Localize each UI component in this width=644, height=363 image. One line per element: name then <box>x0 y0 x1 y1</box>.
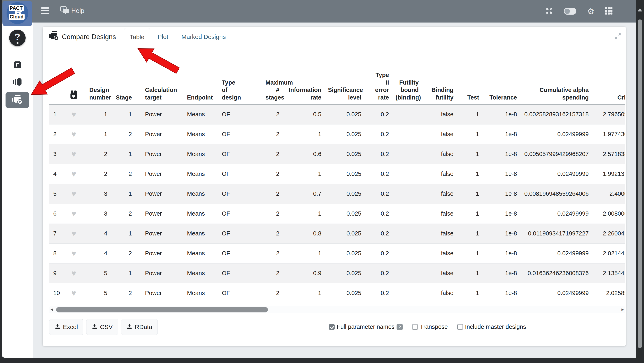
cell-test: 1 <box>457 263 482 283</box>
cell-maximum_stages: 2 <box>262 204 283 224</box>
heart-icon[interactable]: ♥ <box>71 110 76 119</box>
checkbox-unchecked-icon[interactable] <box>457 324 463 330</box>
tab-plot[interactable]: Plot <box>152 28 174 46</box>
cell-significance_level: 0.025 <box>325 184 364 204</box>
cell-tolerance: 1e-8 <box>482 263 520 283</box>
cell-binding_futility: false <box>422 224 457 243</box>
cell-endpoint: Means <box>176 104 218 124</box>
cell-tolerance: 1e-8 <box>482 243 520 263</box>
expand-card-icon[interactable] <box>614 32 622 40</box>
table-row: 7♥41PowerMeansOF20.80.0250.2false11e-80.… <box>49 224 625 243</box>
cell-stage: 1 <box>110 104 135 124</box>
table-row: 10♥52PowerMeansOF210.0250.2false11e-80.0… <box>49 283 625 303</box>
cell-test: 1 <box>457 144 482 164</box>
cell-critical_value: 2.021442 <box>592 243 625 263</box>
cell-type_ii_error_rate: 0.2 <box>364 243 392 263</box>
table-row: 4♥22PowerMeansOF210.0250.2false11e-80.02… <box>49 164 625 184</box>
tab-table[interactable]: Table <box>124 28 150 46</box>
cell-information_rate: 0.6 <box>283 144 325 164</box>
cell-type_ii_error_rate: 0.2 <box>364 124 392 144</box>
help-badge-icon[interactable]: ? <box>396 324 403 330</box>
scroll-up-arrow-icon[interactable] <box>638 8 642 11</box>
cell-futility_bound_binding <box>392 144 422 164</box>
include-master-designs-checkbox[interactable]: Include master designs <box>457 324 526 330</box>
scroll-right-arrow-icon[interactable]: ▸ <box>622 307 624 312</box>
csv-export-button[interactable]: CSV <box>86 319 118 335</box>
cell-futility_bound_binding <box>392 204 422 224</box>
cell-type_of_design: OF <box>218 204 262 224</box>
scroll-left-arrow-icon[interactable]: ◂ <box>50 307 53 312</box>
pact-cloud-logo: R PACT Cloud <box>2 1 32 26</box>
heart-icon[interactable]: ♥ <box>71 269 76 278</box>
table-options: Full parameter names ? Transpose Include… <box>329 319 526 335</box>
rdata-export-button[interactable]: RData <box>121 319 158 335</box>
heart-icon[interactable]: ♥ <box>71 209 76 218</box>
col-header-design_number: Design number <box>86 57 110 104</box>
cell-test: 1 <box>457 243 482 263</box>
checkbox-checked-icon[interactable] <box>329 324 335 330</box>
help-button[interactable]: ? Help <box>60 6 84 16</box>
compare-designs-icon <box>12 95 22 105</box>
transpose-checkbox[interactable]: Transpose <box>412 324 448 330</box>
cell-maximum_stages: 2 <box>262 263 283 283</box>
theme-toggle[interactable] <box>564 8 576 15</box>
cell-index: 6 <box>49 204 62 224</box>
user-avatar[interactable]: ? <box>9 30 26 46</box>
designs-table-wrapper: Design numberStageCalculation targetEndp… <box>49 57 625 303</box>
sidebar-item-compare-designs[interactable] <box>6 92 29 108</box>
vertical-scrollbar-thumb[interactable] <box>638 19 642 348</box>
cell-maximum_stages: 2 <box>262 243 283 263</box>
fullscreen-icon[interactable] <box>545 7 553 15</box>
col-header-futility_bound_binding: Futility bound (binding) <box>392 57 422 104</box>
cell-test: 1 <box>457 104 482 124</box>
cell-binding_futility: false <box>422 204 457 224</box>
cell-index: 9 <box>49 263 62 283</box>
cell-binding_futility: false <box>422 104 457 124</box>
cell-stage: 1 <box>110 144 135 164</box>
heart-icon[interactable]: ♥ <box>71 249 76 258</box>
cell-marked: ♥ <box>62 184 86 204</box>
checkbox-unchecked-icon[interactable] <box>412 324 418 330</box>
cell-binding_futility: false <box>422 263 457 283</box>
tab-marked-designs[interactable]: Marked Designs <box>176 28 231 46</box>
horizontal-scrollbar-thumb[interactable] <box>56 307 268 313</box>
sidebar-item-designs[interactable] <box>13 78 22 86</box>
cell-critical_value: 2.571838 <box>592 144 625 164</box>
cell-critical_value: 1.992137 <box>592 164 625 184</box>
excel-export-button[interactable]: Excel <box>49 319 83 335</box>
cell-cumulative_alpha_spending: 0.02499999 <box>520 204 592 224</box>
cell-marked: ♥ <box>62 124 86 144</box>
cell-futility_bound_binding <box>392 283 422 303</box>
cell-index: 8 <box>49 243 62 263</box>
bag-heart-icon <box>70 94 78 101</box>
sidebar-item-flipboard[interactable] <box>14 61 21 69</box>
heart-icon[interactable]: ♥ <box>71 189 76 198</box>
heart-icon[interactable]: ♥ <box>71 149 76 158</box>
cell-tolerance: 1e-8 <box>482 104 520 124</box>
cell-endpoint: Means <box>176 144 218 164</box>
download-icon <box>126 323 132 331</box>
cell-marked: ♥ <box>62 204 86 224</box>
table-horizontal-scrollbar[interactable]: ◂ ▸ <box>49 306 625 313</box>
heart-icon[interactable]: ♥ <box>71 169 76 178</box>
cell-critical_value: 1.977430 <box>592 124 625 144</box>
cell-significance_level: 0.025 <box>325 144 364 164</box>
col-header-maximum_stages: Maximum # stages <box>262 57 283 104</box>
heart-icon[interactable]: ♥ <box>71 130 76 139</box>
cell-endpoint: Means <box>176 124 218 144</box>
cell-stage: 2 <box>110 204 135 224</box>
heart-icon[interactable]: ♥ <box>71 229 76 238</box>
download-icon <box>92 323 98 331</box>
page-vertical-scrollbar[interactable] <box>636 0 644 363</box>
cell-type_of_design: OF <box>218 283 262 303</box>
cell-binding_futility: false <box>422 144 457 164</box>
cell-marked: ♥ <box>62 243 86 263</box>
gear-icon[interactable]: ⚙ <box>587 7 594 15</box>
hamburger-menu-icon[interactable] <box>41 7 49 15</box>
cell-design_number: 2 <box>86 164 110 184</box>
full-parameter-names-checkbox[interactable]: Full parameter names ? <box>329 324 403 330</box>
heart-icon[interactable]: ♥ <box>71 289 76 298</box>
cell-calculation_target: Power <box>135 164 176 184</box>
cell-cumulative_alpha_spending: 0.008196948559264006 <box>520 184 592 204</box>
grid-icon[interactable] <box>605 7 612 15</box>
